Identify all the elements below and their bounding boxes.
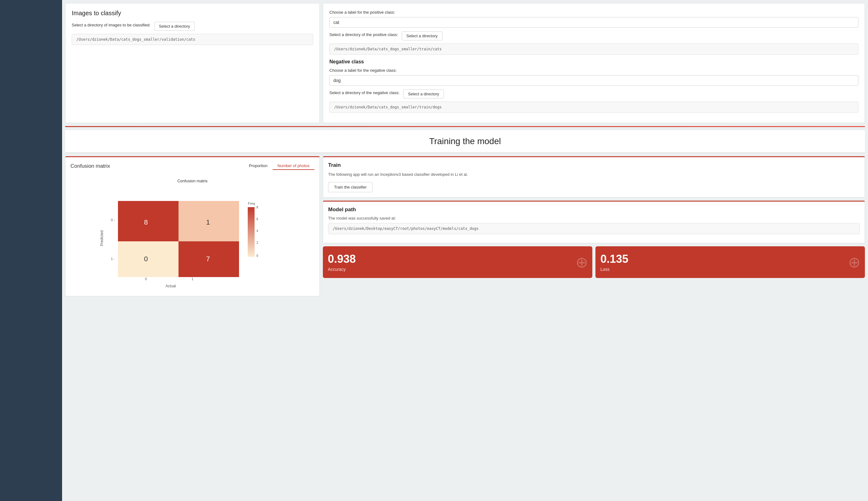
model-path-title: Model path [328, 206, 860, 213]
accuracy-card: 0.938 Accuracy ⊕ [323, 246, 592, 278]
legend-label: Freq [248, 202, 255, 205]
images-to-classify-panel: Images to classify Select a directory of… [65, 3, 320, 123]
cell-0-0-value: 8 [144, 218, 148, 226]
y-axis-label: Predicted [100, 231, 104, 246]
positive-class-choose-label: Choose a label for the positive class: [329, 10, 395, 14]
negative-class-select-dir-button[interactable]: Select a directory [403, 89, 444, 98]
model-path-box: Model path The model was successfully sa… [323, 201, 865, 243]
train-right-panel: Train The following app will run an Ince… [323, 156, 865, 296]
x-tick-1: 1 [192, 277, 193, 281]
cell-0-0 [118, 201, 178, 241]
loss-label: Loss [600, 267, 860, 272]
legend-val-4: 4 [257, 229, 258, 233]
accuracy-label: Accuracy [328, 267, 587, 272]
training-section: Training the model Confusion matrix Prop… [62, 127, 868, 299]
legend-bar [248, 207, 254, 257]
cell-1-0 [118, 241, 178, 277]
model-saved-label: The model was successfully saved at: [328, 216, 860, 221]
positive-class-path: /Users/dzionek/Data/cats_dogs_smaller/tr… [329, 43, 858, 55]
y-tick-0: 0 - [111, 218, 115, 222]
loss-icon: ⊕ [848, 254, 860, 271]
metrics-row: 0.938 Accuracy ⊕ 0.135 Loss ⊕ [323, 246, 865, 278]
x-axis-label: Actual [165, 284, 176, 288]
negative-class-choose-label: Choose a label for the negative class: [329, 68, 397, 73]
negative-class-dir-label: Select a directory of the negative class… [329, 90, 400, 95]
training-body: Confusion matrix Proportion Number of ph… [65, 156, 865, 296]
cell-1-1-value: 7 [206, 255, 210, 263]
images-dir-label: Select a directory of images to be class… [72, 23, 151, 27]
images-dir-row: Select a directory of images to be class… [72, 22, 313, 31]
negative-class-dir-row: Select a directory of the negative class… [329, 89, 858, 98]
negative-class-title: Negative class [329, 59, 858, 65]
chart-title: Confusion matrix [177, 179, 208, 183]
model-path-value: /Users/dzionek/Desktop/easyCT/root/photo… [328, 223, 860, 234]
positive-class-dir-label: Select a directory of the positive class… [329, 32, 398, 37]
sidebar [0, 0, 62, 501]
loss-value: 0.135 [600, 253, 860, 266]
images-path-display: /Users/dzionek/Data/cats_dogs_smaller/va… [72, 34, 313, 45]
train-box: Train The following app will run an Ince… [323, 156, 865, 198]
confusion-matrix-container: Confusion matrix Predicted 0 - 1 - 0 1 A… [70, 173, 314, 291]
negative-class-section: Negative class Choose a label for the ne… [329, 59, 858, 113]
confusion-matrix-svg: Confusion matrix Predicted 0 - 1 - 0 1 A… [96, 176, 289, 288]
confusion-toggle-tabs: Proportion Number of photos [244, 162, 314, 170]
training-section-title: Training the model [65, 130, 865, 153]
cell-0-1-value: 1 [206, 218, 210, 226]
positive-class-label-input[interactable] [329, 17, 858, 28]
negative-class-label-input[interactable] [329, 75, 858, 86]
confusion-matrix-title: Confusion matrix [70, 163, 110, 169]
confusion-header: Confusion matrix Proportion Number of ph… [70, 162, 314, 170]
legend-val-8: 8 [257, 206, 258, 209]
legend-val-0: 0 [257, 254, 258, 257]
cell-1-0-value: 0 [144, 255, 148, 263]
train-description: The following app will run an Inceptionv… [328, 171, 860, 178]
legend-val-6: 6 [257, 217, 258, 221]
x-tick-0: 0 [145, 277, 147, 281]
positive-class-dir-row: Select a directory of the positive class… [329, 31, 858, 40]
tab-number-of-photos[interactable]: Number of photos [273, 162, 314, 170]
accuracy-icon: ⊕ [576, 254, 588, 271]
images-panel-title: Images to classify [72, 10, 313, 17]
tab-proportion[interactable]: Proportion [244, 162, 273, 170]
page-wrapper: Images to classify Select a directory of… [0, 0, 868, 501]
loss-card: 0.135 Loss ⊕ [595, 246, 865, 278]
top-section: Images to classify Select a directory of… [62, 0, 868, 126]
class-config-panel: Choose a label for the positive class: S… [323, 3, 865, 123]
content-area: Images to classify Select a directory of… [62, 0, 868, 501]
accuracy-value: 0.938 [328, 253, 587, 266]
negative-class-path: /Users/dzionek/Data/cats_dogs_smaller/tr… [329, 102, 858, 113]
train-box-title: Train [328, 162, 860, 168]
confusion-matrix-panel: Confusion matrix Proportion Number of ph… [65, 156, 320, 296]
legend-val-2: 2 [257, 241, 258, 244]
images-select-dir-button[interactable]: Select a directory [154, 22, 195, 31]
positive-class-section: Choose a label for the positive class: S… [329, 10, 858, 55]
positive-class-select-dir-button[interactable]: Select a directory [402, 31, 442, 40]
train-classifier-button[interactable]: Train the classifier [328, 182, 372, 192]
y-tick-1: 1 - [111, 257, 115, 260]
